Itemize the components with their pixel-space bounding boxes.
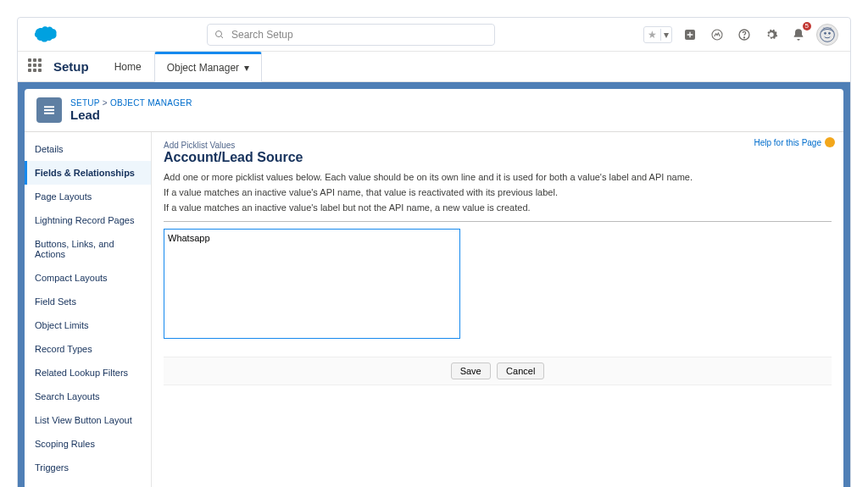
avatar[interactable] xyxy=(816,24,838,46)
app-nav: Setup Home Object Manager ▾ xyxy=(18,52,850,82)
app-name: Setup xyxy=(53,59,89,74)
svg-point-8 xyxy=(829,32,831,34)
sidebar-item-field-sets[interactable]: Field Sets xyxy=(25,290,151,313)
tab-home[interactable]: Home xyxy=(103,52,154,82)
save-button[interactable]: Save xyxy=(451,362,491,379)
sidebar-item-compact-layouts[interactable]: Compact Layouts xyxy=(25,266,151,290)
gear-icon[interactable] xyxy=(762,25,781,44)
breadcrumb: SETUP > OBJECT MANAGER xyxy=(70,98,192,108)
sidebar-item-search-layouts[interactable]: Search Layouts xyxy=(25,385,151,408)
description-1: Add one or more picklist values below. E… xyxy=(164,172,832,182)
sidebar-item-object-limits[interactable]: Object Limits xyxy=(25,313,151,337)
object-icon xyxy=(36,97,62,123)
svg-point-6 xyxy=(821,27,835,42)
sidebar-item-scoping-rules[interactable]: Scoping Rules xyxy=(25,432,151,456)
search-icon xyxy=(214,30,225,40)
description-3: If a value matches an inactive value's l… xyxy=(164,202,832,213)
breadcrumb-setup[interactable]: SETUP xyxy=(70,98,100,108)
notifications-icon[interactable]: 5 xyxy=(789,25,808,44)
tab-object-manager[interactable]: Object Manager ▾ xyxy=(154,52,262,82)
sidebar-item-page-layouts[interactable]: Page Layouts xyxy=(25,185,151,208)
sidebar-item-related-lookup-filters[interactable]: Related Lookup Filters xyxy=(25,361,151,385)
sidebar-item-triggers[interactable]: Triggers xyxy=(25,456,151,479)
svg-point-7 xyxy=(825,32,826,34)
section-heading: Account/Lead Source xyxy=(164,150,832,165)
salesforce-logo xyxy=(30,25,58,45)
help-icon[interactable] xyxy=(735,25,754,44)
breadcrumb-object-manager[interactable]: OBJECT MANAGER xyxy=(110,98,192,108)
button-row: Save Cancel xyxy=(164,357,832,385)
search-placeholder: Search Setup xyxy=(231,29,293,41)
chevron-down-icon: ▾ xyxy=(244,62,249,74)
section-eyebrow: Add Picklist Values xyxy=(164,141,832,150)
picklist-values-textarea[interactable] xyxy=(164,229,460,339)
sidebar-item-list-view-button-layout[interactable]: List View Button Layout xyxy=(25,408,151,432)
notification-badge: 5 xyxy=(803,22,811,30)
sidebar-item-record-types[interactable]: Record Types xyxy=(25,337,151,361)
chevron-down-icon: ▾ xyxy=(660,29,671,41)
global-search[interactable]: Search Setup xyxy=(207,24,495,46)
global-header: Search Setup ★ ▾ 5 xyxy=(18,18,850,52)
svg-point-5 xyxy=(743,36,744,37)
description-2: If a value matches an inactive value's A… xyxy=(164,187,832,197)
svg-point-0 xyxy=(216,30,222,36)
add-icon[interactable] xyxy=(681,25,699,44)
help-bubble-icon xyxy=(825,137,835,147)
app-launcher-icon[interactable] xyxy=(28,58,45,75)
sidebar-item-fields-relationships[interactable]: Fields & Relationships xyxy=(25,161,151,185)
sidebar-item-details[interactable]: Details xyxy=(25,137,151,161)
trailhead-icon[interactable] xyxy=(708,25,726,44)
sidebar-item-buttons-links-actions[interactable]: Buttons, Links, and Actions xyxy=(25,232,151,266)
svg-line-1 xyxy=(221,36,224,38)
sidebar-item-flow-triggers[interactable]: Flow Triggers xyxy=(25,479,151,487)
header-tools: ★ ▾ 5 xyxy=(643,24,838,46)
cancel-button[interactable]: Cancel xyxy=(497,362,544,379)
object-sidebar: Details Fields & Relationships Page Layo… xyxy=(25,132,152,487)
star-icon: ★ xyxy=(644,29,660,41)
help-link[interactable]: Help for this Page xyxy=(754,137,836,147)
sidebar-item-lightning-pages[interactable]: Lightning Record Pages xyxy=(25,208,151,232)
page-header: SETUP > OBJECT MANAGER Lead xyxy=(25,89,843,132)
main-content: Help for this Page Add Picklist Values A… xyxy=(152,132,843,487)
divider xyxy=(164,221,832,222)
page-title: Lead xyxy=(70,108,192,122)
favorites-control[interactable]: ★ ▾ xyxy=(643,26,672,43)
